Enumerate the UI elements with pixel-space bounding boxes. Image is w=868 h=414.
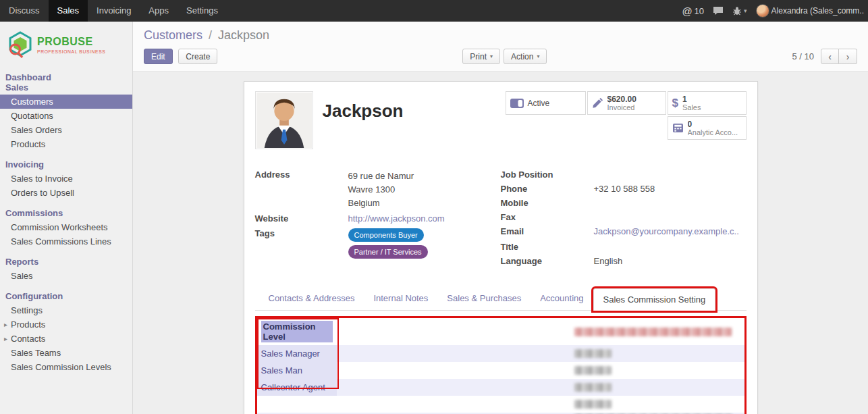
topbar-item-invoicing[interactable]: Invoicing [88, 0, 140, 22]
sidebar-item-reports-sales[interactable]: Sales [0, 269, 132, 283]
sidebar-section-commissions[interactable]: Commissions [0, 206, 132, 220]
redacted-header-value [574, 328, 732, 336]
email-link[interactable]: Jackpson@yourcompany.example.c.. [594, 226, 739, 237]
probuse-logo-text: PROBUSE PROFESSIONAL BUSINESS [37, 36, 106, 54]
sidebar-section-invoicing[interactable]: Invoicing [0, 157, 132, 172]
form-view-container: Jackpson Active [133, 72, 868, 414]
table-row-callcenter-agent[interactable]: Callcenter Agent [257, 379, 744, 396]
invoiced-label: Invoiced [607, 103, 636, 111]
control-panel: Customers / Jackpson Edit Create Print ▾… [133, 22, 868, 72]
tab-sales-purchases[interactable]: Sales & Purchases [437, 288, 531, 310]
edit-button[interactable]: Edit [144, 49, 173, 64]
pager-previous-button[interactable]: ‹ [821, 49, 839, 64]
breadcrumb-current: Jackpson [218, 28, 269, 42]
job-position-label: Job Position [501, 170, 594, 180]
redacted-cell-value [574, 366, 612, 375]
pager: 5 / 10 ‹ › [792, 49, 857, 64]
language-value: English [594, 256, 623, 267]
sales-stat-button[interactable]: $ 1 Sales [668, 91, 747, 115]
caret-down-icon: ▾ [537, 54, 539, 59]
sidebar-item-sales-to-invoice[interactable]: Sales to Invoice [0, 172, 132, 186]
topbar-menu: Discuss Sales Invoicing Apps Settings [0, 0, 227, 22]
mention-count: 10 [695, 6, 704, 16]
website-label: Website [255, 213, 348, 224]
analytic-accounts-stat-button[interactable]: 0 Analytic Acco... [668, 116, 747, 140]
tab-bar: Contacts & Addresses Internal Notes Sale… [255, 288, 747, 311]
stat-buttons: Active $620.00 Invoiced [505, 91, 747, 140]
print-dropdown-button[interactable]: Print ▾ [462, 49, 500, 64]
commission-level-cell[interactable]: Sales Man [257, 362, 337, 379]
table-row-sales-manager[interactable]: Sales Manager [257, 345, 744, 362]
sidebar-item-customers[interactable]: Customers [0, 95, 132, 109]
invoiced-stat-button[interactable]: $620.00 Invoiced [587, 91, 666, 115]
pager-next-button[interactable]: › [839, 49, 857, 64]
sidebar-item-sales-orders[interactable]: Sales Orders [0, 123, 132, 137]
sidebar-item-commission-worksheets[interactable]: Commission Worksheets [0, 220, 132, 234]
sidebar-item-config-contacts[interactable]: ▸ Contacts [0, 332, 132, 346]
main-area: Customers / Jackpson Edit Create Print ▾… [133, 22, 868, 414]
caret-down-icon: ▾ [490, 54, 493, 59]
messages-button[interactable] [713, 6, 724, 16]
sidebar-item-quotations[interactable]: Quotations [0, 109, 132, 123]
tab-internal-notes[interactable]: Internal Notes [364, 288, 437, 310]
expand-chevron-icon: ▸ [4, 334, 7, 344]
user-menu[interactable]: Alexandra (Sales_comm.. [756, 4, 864, 18]
topbar-item-discuss[interactable]: Discuss [0, 0, 49, 22]
user-avatar [756, 4, 769, 18]
chat-icon [713, 6, 724, 16]
address-label: Address [255, 170, 348, 210]
sidebar-item-orders-to-upsell[interactable]: Orders to Upsell [0, 186, 132, 200]
record-sheet: Jackpson Active [244, 81, 758, 414]
sidebar-item-products[interactable]: Products [0, 137, 132, 151]
topbar-item-sales[interactable]: Sales [49, 0, 88, 22]
create-button[interactable]: Create [178, 49, 217, 64]
column-header-commission-level[interactable]: Commission Level [261, 321, 333, 342]
language-label: Language [501, 256, 594, 267]
app-logo: PROBUSE PROFESSIONAL BUSINESS [0, 22, 132, 70]
sidebar-item-settings[interactable]: Settings [0, 303, 132, 317]
table-row-empty[interactable] [257, 396, 744, 413]
mobile-label: Mobile [501, 198, 594, 209]
sidebar-item-config-products[interactable]: ▸ Products [0, 317, 132, 332]
commission-level-cell[interactable]: Callcenter Agent [257, 379, 337, 396]
probuse-logo-icon [7, 31, 34, 59]
bug-icon [732, 6, 742, 16]
phone-label: Phone [501, 184, 594, 195]
topbar-item-settings[interactable]: Settings [178, 0, 227, 22]
breadcrumb-customers-link[interactable]: Customers [144, 28, 202, 42]
debug-menu-button[interactable]: ▾ [732, 6, 747, 16]
analytic-count: 0 [688, 120, 738, 128]
title-label: Title [501, 242, 594, 253]
tab-contacts-addresses[interactable]: Contacts & Addresses [259, 288, 364, 310]
active-label: Active [528, 99, 550, 108]
tags-label: Tags [255, 228, 348, 262]
action-dropdown-button[interactable]: Action ▾ [504, 49, 547, 64]
tag-components-buyer: Components Buyer [348, 228, 424, 242]
logo-title: PROBUSE [37, 36, 106, 47]
topbar-item-apps[interactable]: Apps [140, 0, 178, 22]
tab-accounting[interactable]: Accounting [531, 288, 593, 310]
right-field-group: Job Position Phone +32 10 588 558 Mobile [501, 170, 747, 270]
sidebar-section-sales[interactable]: Sales [0, 80, 132, 95]
sidebar-item-sales-commissions-lines[interactable]: Sales Commissions Lines [0, 234, 132, 249]
print-label: Print [470, 52, 487, 61]
topbar: Discuss Sales Invoicing Apps Settings @ … [0, 0, 868, 22]
sidebar-item-sales-commission-levels[interactable]: Sales Commission Levels [0, 360, 132, 374]
analytic-label: Analytic Acco... [688, 128, 738, 136]
address-value: 69 rue de Namur Wavre 1300 Belgium [348, 170, 414, 210]
redacted-cell-value [574, 349, 612, 358]
table-row-sales-man[interactable]: Sales Man [257, 362, 744, 379]
sidebar-item-label: Products [11, 319, 45, 330]
customer-avatar-image [256, 93, 312, 148]
tab-sales-commission-setting[interactable]: Sales Commission Setting [593, 288, 716, 311]
website-link[interactable]: http://www.jackpson.com [348, 213, 445, 224]
active-toggle-button[interactable]: Active [506, 91, 586, 115]
fax-label: Fax [501, 212, 594, 223]
pencil-icon [592, 97, 603, 109]
sidebar-section-configuration[interactable]: Configuration [0, 289, 132, 303]
sidebar-section-reports[interactable]: Reports [0, 255, 132, 269]
mention-counter[interactable]: @ 10 [682, 5, 704, 17]
breadcrumb-separator: / [209, 28, 212, 42]
sidebar-item-sales-teams[interactable]: Sales Teams [0, 346, 132, 360]
commission-level-cell[interactable]: Sales Manager [257, 345, 337, 362]
